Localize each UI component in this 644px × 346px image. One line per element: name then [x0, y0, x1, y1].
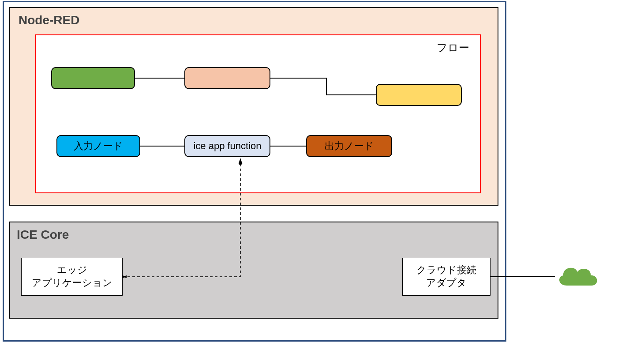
cloud-adapter-line1: クラウド接続: [416, 264, 476, 277]
cloud-icon: [554, 261, 602, 292]
flow-box: [35, 34, 481, 193]
edge-application-box: エッジ アプリケーション: [21, 258, 123, 296]
node-green: [51, 67, 135, 89]
edge-app-line2: アプリケーション: [32, 277, 112, 290]
node-red-title: Node-RED: [19, 13, 79, 27]
input-node: 入力ノード: [56, 135, 140, 157]
edge-app-line1: エッジ: [57, 264, 87, 277]
cloud-adapter-box: クラウド接続 アダプタ: [402, 258, 490, 296]
output-node: 出力ノード: [306, 135, 392, 157]
cloud-adapter-line2: アダプタ: [426, 277, 467, 290]
ice-app-function-node: ice app function: [184, 135, 270, 157]
node-yellow: [376, 84, 462, 106]
node-peach: [184, 67, 270, 89]
ice-core-title: ICE Core: [17, 228, 69, 242]
flow-label: フロー: [437, 41, 469, 55]
